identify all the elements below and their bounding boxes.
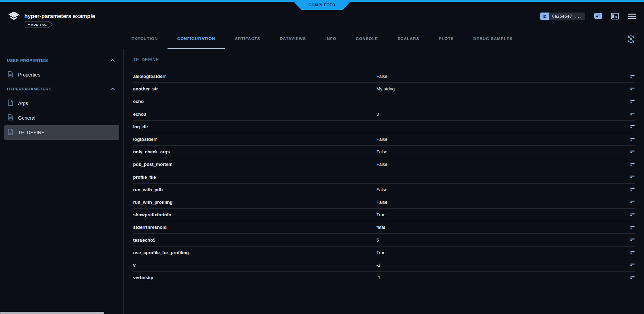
- param-row: v -1: [133, 259, 635, 272]
- chevron-up-icon[interactable]: [110, 87, 115, 91]
- param-row: showprefixforinfo True: [133, 209, 635, 221]
- sidebar: USER PROPERTIES Properties HYPERPARAMETE…: [0, 49, 124, 314]
- experiment-title: hyper-parameters example: [24, 13, 95, 19]
- edit-row-icon[interactable]: [628, 250, 635, 255]
- param-key: use_cprofile_for_profiling: [133, 250, 376, 255]
- tab-execution[interactable]: EXECUTION: [122, 29, 168, 49]
- param-value: False: [376, 149, 628, 154]
- edit-row-icon[interactable]: [628, 87, 635, 91]
- param-value: -1: [376, 275, 628, 280]
- status-badge: COMPLETED: [292, 0, 352, 10]
- param-value: True: [376, 212, 628, 217]
- sidebar-section-title: USER PROPERTIES: [7, 58, 48, 63]
- add-tag-button[interactable]: + ADD TAG: [24, 21, 54, 28]
- sidebar-section-header[interactable]: USER PROPERTIES: [0, 54, 123, 67]
- chevron-up-icon[interactable]: [110, 58, 115, 63]
- edit-row-icon[interactable]: [628, 137, 635, 142]
- edit-row-icon[interactable]: [628, 200, 635, 204]
- section-title: TF_DEFINE: [133, 57, 635, 62]
- edit-row-icon[interactable]: [628, 187, 635, 192]
- tab-info[interactable]: INFO: [316, 29, 346, 49]
- param-value: fatal: [376, 225, 628, 230]
- param-table: alsologtostderr False another_str My str…: [133, 70, 635, 284]
- param-value: False: [376, 200, 628, 205]
- sidebar-item-label: Args: [18, 100, 28, 106]
- id-chip: ID: [540, 13, 549, 20]
- edit-row-icon[interactable]: [628, 238, 635, 242]
- edit-row-icon[interactable]: [628, 112, 635, 116]
- sidebar-section: USER PROPERTIES Properties: [0, 54, 123, 82]
- param-key: log_dir: [133, 124, 376, 129]
- param-key: alsologtostderr: [133, 74, 376, 79]
- details-panel-icon[interactable]: [611, 13, 619, 19]
- param-row: echo: [133, 95, 635, 108]
- sidebar-item-properties[interactable]: Properties: [4, 67, 119, 82]
- sidebar-item-general[interactable]: General: [4, 111, 119, 125]
- param-key: profile_file: [133, 175, 376, 180]
- edit-row-icon[interactable]: [628, 263, 635, 267]
- tab-debug-samples[interactable]: DEBUG SAMPLES: [464, 29, 522, 49]
- param-row: logtostderr False: [133, 133, 635, 146]
- param-value: 3: [376, 112, 628, 117]
- sidebar-item-label: General: [18, 115, 35, 121]
- param-value: My string: [376, 86, 628, 91]
- param-row: stderrthreshold fatal: [133, 221, 635, 234]
- header-actions: ID 0e25e5e7 ...: [540, 13, 636, 20]
- edit-row-icon[interactable]: [628, 225, 635, 230]
- edit-row-icon[interactable]: [628, 213, 635, 217]
- edit-row-icon[interactable]: [628, 99, 635, 104]
- edit-row-icon[interactable]: [628, 175, 635, 179]
- param-value: -1: [376, 263, 628, 268]
- menu-icon[interactable]: [628, 14, 636, 19]
- main-content: TF_DEFINE alsologtostderr False another_…: [124, 49, 644, 314]
- param-key: stderrthreshold: [133, 225, 376, 230]
- comment-icon[interactable]: [594, 13, 602, 20]
- param-row: profile_file: [133, 171, 635, 184]
- param-key: verbosity: [133, 275, 376, 280]
- param-row: run_with_pdb False: [133, 184, 635, 196]
- sidebar-item-label: TF_DEFINE: [18, 130, 44, 135]
- param-row: test/echo5 5: [133, 234, 635, 246]
- param-key: echo: [133, 99, 376, 104]
- sidebar-item-tf-define[interactable]: TF_DEFINE: [4, 125, 119, 140]
- param-key: run_with_pdb: [133, 187, 376, 192]
- edit-row-icon[interactable]: [628, 150, 635, 154]
- param-key: logtostderr: [133, 137, 376, 142]
- add-tag-label: + ADD TAG: [28, 23, 47, 26]
- sidebar-scrollbar[interactable]: [0, 312, 104, 314]
- sidebar-section: HYPERPARAMETERS Args: [0, 82, 123, 140]
- document-icon: [8, 71, 13, 79]
- sidebar-section-header[interactable]: HYPERPARAMETERS: [0, 82, 123, 96]
- edit-row-icon[interactable]: [628, 74, 635, 79]
- param-row: run_with_profiling False: [133, 196, 635, 209]
- document-icon: [8, 99, 13, 107]
- param-row: log_dir: [133, 121, 635, 133]
- param-row: another_str My string: [133, 83, 635, 95]
- param-row: only_check_args False: [133, 146, 635, 158]
- sidebar-item-args[interactable]: Args: [4, 96, 119, 111]
- param-row: alsologtostderr False: [133, 70, 635, 83]
- param-key: pdb_post_mortem: [133, 162, 376, 167]
- param-key: only_check_args: [133, 149, 376, 154]
- param-value: False: [376, 137, 628, 142]
- tab-bar-items: EXECUTIONCONFIGURATIONARTIFACTSDATAVIEWS…: [122, 29, 522, 49]
- edit-row-icon[interactable]: [628, 124, 635, 129]
- param-value: False: [376, 187, 628, 192]
- edit-row-icon[interactable]: [628, 162, 635, 167]
- tab-dataviews[interactable]: DATAVIEWS: [270, 29, 316, 49]
- tab-configuration[interactable]: CONFIGURATION: [168, 29, 225, 49]
- tab-artifacts[interactable]: ARTIFACTS: [225, 29, 270, 49]
- tab-scalars[interactable]: SCALARS: [388, 29, 429, 49]
- tab-console[interactable]: CONSOLE: [346, 29, 388, 49]
- auto-refresh-icon[interactable]: [626, 34, 636, 45]
- status-label: COMPLETED: [308, 3, 335, 7]
- param-value: False: [376, 74, 628, 79]
- tab-plots[interactable]: PLOTS: [429, 29, 463, 49]
- param-key: test/echo5: [133, 237, 376, 243]
- experiment-id-badge[interactable]: ID 0e25e5e7 ...: [540, 13, 585, 20]
- param-row: verbosity -1: [133, 272, 635, 284]
- edit-row-icon[interactable]: [628, 276, 635, 280]
- param-value: False: [376, 162, 628, 167]
- param-value: True: [376, 250, 628, 255]
- document-icon: [8, 129, 13, 136]
